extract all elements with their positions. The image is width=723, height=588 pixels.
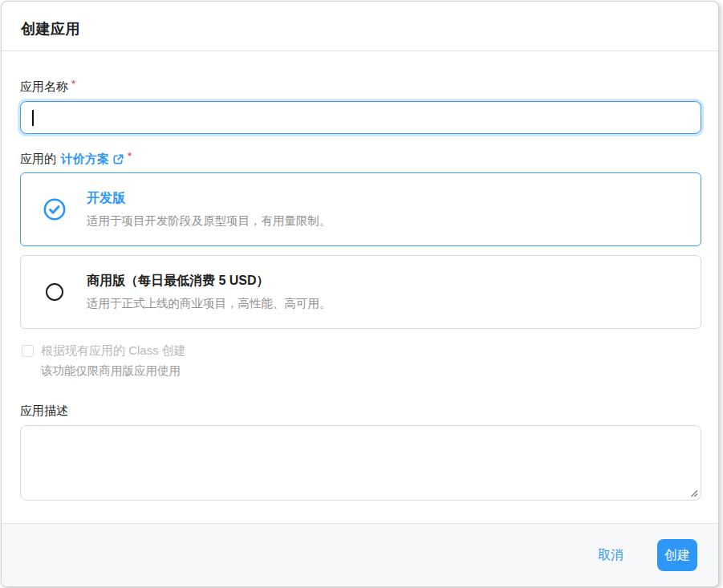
clone-checkbox[interactable] [22,345,34,357]
pricing-plan-link[interactable]: 计价方案 [61,151,124,167]
page-title: 创建应用 [21,19,699,39]
required-asterisk: * [71,76,75,92]
plan-option-title: 开发版 [87,190,331,206]
required-asterisk: * [128,148,132,164]
app-description-label-text: 应用描述 [20,403,68,419]
dialog-footer: 取消 创建 [2,523,718,586]
app-description-label: 应用描述 [20,403,700,419]
app-description-wrap [20,425,701,501]
pricing-link-text: 计价方案 [61,151,109,167]
app-name-label-text: 应用名称 [20,79,68,95]
check-circle-icon [43,198,66,221]
cancel-button[interactable]: 取消 [585,541,636,570]
plan-option-description: 适用于正式上线的商业项目，高性能、高可用。 [87,296,331,311]
resize-handle-icon[interactable] [690,489,698,497]
plan-option-dev[interactable]: 开发版 适用于项目开发阶段及原型项目，有用量限制。 [20,172,701,246]
dialog-header: 创建应用 [2,2,718,51]
external-link-icon [112,153,124,165]
app-name-input[interactable] [20,101,701,134]
app-name-label: 应用名称 * [20,79,700,95]
clone-checkbox-label: 根据现有应用的 Class 创建 [41,343,186,359]
app-description-textarea[interactable] [20,425,701,501]
pricing-label-prefix: 应用的 [20,151,56,167]
create-button[interactable]: 创建 [657,539,697,571]
dialog-body: 应用名称 * 应用的 计价方案 * [2,79,718,501]
plan-option-title: 商用版（每日最低消费 5 USD） [87,273,331,289]
clone-from-class-row: 根据现有应用的 Class 创建 [20,343,700,359]
clone-checkbox-hint: 该功能仅限商用版应用使用 [41,363,700,379]
plan-option-description: 适用于项目开发阶段及原型项目，有用量限制。 [87,213,331,229]
pricing-plan-label: 应用的 计价方案 * [20,151,700,167]
radio-circle-icon [46,283,63,301]
create-app-dialog: 创建应用 应用名称 * 应用的 计价方案 * [1,1,719,587]
plan-option-commercial[interactable]: 商用版（每日最低消费 5 USD） 适用于正式上线的商业项目，高性能、高可用。 [20,255,701,329]
text-cursor [32,110,34,126]
